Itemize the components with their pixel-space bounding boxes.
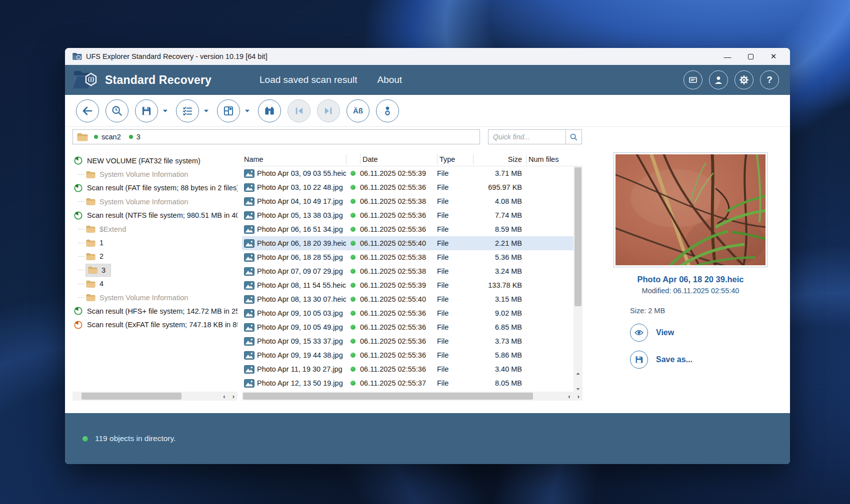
file-row[interactable]: Photo Apr 03, 10 22 48.jpg06.11.2025 02:… [242, 180, 582, 194]
file-row[interactable]: Photo Apr 12, 13 50 19.jpg06.11.2025 02:… [242, 376, 582, 390]
prev-button[interactable] [288, 99, 310, 122]
tree-item[interactable]: 4 [72, 277, 238, 291]
file-type: File [437, 323, 473, 331]
scroll-right-icon[interactable]: › [578, 393, 580, 400]
minimize-button[interactable]: — [716, 48, 739, 65]
file-size: 4.08 MB [473, 197, 526, 205]
file-row[interactable]: Photo Apr 09, 10 05 49.jpg06.11.2025 02:… [242, 320, 582, 334]
quick-find [488, 129, 582, 144]
file-row[interactable]: Photo Apr 04, 10 49 17.jpg06.11.2025 02:… [242, 194, 582, 208]
column-header-num-files[interactable]: Num files [526, 154, 582, 164]
tree-item[interactable]: 2 [72, 250, 238, 263]
maximize-button[interactable] [739, 48, 762, 65]
file-row[interactable]: Photo Apr 09, 15 33 37.jpg06.11.2025 02:… [242, 334, 582, 348]
panel-layout-dropdown-caret[interactable] [242, 106, 252, 115]
column-header-type[interactable]: Type [437, 154, 473, 164]
tree-item[interactable]: Scan result (HFS+ file system; 142.72 MB… [72, 304, 238, 318]
encoding-button[interactable]: Äß [346, 99, 370, 122]
scroll-down-icon[interactable]: ⌄ [576, 385, 580, 391]
tree-item[interactable]: 3 [72, 263, 238, 277]
arrow-left-icon [81, 104, 94, 117]
file-row[interactable]: Photo Apr 06, 18 28 55.jpg06.11.2025 02:… [242, 250, 582, 264]
file-row[interactable]: Photo Apr 08, 13 30 07.heic06.11.2025 02… [242, 292, 582, 306]
tree-item[interactable]: NEW VOLUME (FAT32 file system) [72, 154, 238, 167]
quick-find-search-button[interactable] [566, 130, 582, 144]
breadcrumb-item[interactable]: scan2 [94, 133, 121, 141]
file-type: File [437, 365, 473, 373]
scan-search-button[interactable] [106, 99, 128, 122]
tree-item[interactable]: System Volume Information [72, 195, 238, 208]
folder-icon [77, 133, 88, 141]
next-button[interactable] [317, 99, 340, 122]
file-list-header[interactable]: NameDateTypeSizeNum files [242, 152, 582, 166]
back-button[interactable] [76, 99, 99, 122]
list-options-dropdown-caret[interactable] [202, 106, 210, 115]
menu-load-saved-scan-result[interactable]: Load saved scan result [260, 74, 357, 85]
breadcrumb[interactable]: scan23 [72, 129, 480, 144]
tree-item-label: System Volume Information [100, 170, 188, 178]
scroll-left-icon[interactable]: ‹ [568, 393, 570, 400]
scroll-left-icon[interactable]: ‹ [223, 393, 225, 400]
file-row[interactable]: Photo Apr 08, 11 54 55.heic06.11.2025 02… [242, 278, 582, 292]
panel-layout-button[interactable] [217, 99, 240, 122]
list-options-button[interactable] [176, 99, 199, 122]
tree-connector [78, 201, 84, 202]
file-list-vertical-scrollbar[interactable]: ⌃ ⌄ [574, 166, 582, 392]
file-row[interactable]: Photo Apr 09, 19 44 38.jpg06.11.2025 02:… [242, 348, 582, 362]
column-header-size[interactable]: Size [473, 154, 526, 164]
file-row[interactable]: Photo Apr 06, 16 51 34.jpg06.11.2025 02:… [242, 222, 582, 236]
save-as-button[interactable]: Save as... [630, 351, 771, 369]
save-button[interactable] [135, 99, 158, 122]
tree-item[interactable]: System Volume Information [72, 167, 238, 181]
image-file-icon [242, 239, 257, 248]
file-row[interactable]: Photo Apr 03, 09 03 55.heic06.11.2025 02… [242, 166, 582, 180]
news-icon[interactable] [684, 70, 702, 89]
scroll-right-icon[interactable]: › [232, 393, 234, 400]
file-type: File [437, 351, 473, 359]
column-header-date[interactable]: Date [360, 154, 437, 164]
quick-find-input[interactable] [488, 130, 566, 144]
file-name: Photo Apr 06, 18 20 39.heic [257, 239, 346, 247]
image-file-icon [242, 197, 257, 206]
file-row[interactable]: Photo Apr 09, 10 05 03.jpg06.11.2025 02:… [242, 306, 582, 320]
menu-about[interactable]: About [377, 74, 402, 85]
file-row[interactable]: Photo Apr 07, 09 07 29.jpg06.11.2025 02:… [242, 264, 582, 278]
tree-item[interactable]: $Extend [72, 222, 238, 236]
file-date: 06.11.2025 02:55:40 [360, 239, 437, 247]
file-size: 5.86 MB [473, 351, 526, 359]
save-dropdown-caret[interactable] [160, 106, 170, 115]
image-file-icon [242, 337, 257, 346]
file-row[interactable]: Photo Apr 11, 19 30 27.jpg06.11.2025 02:… [242, 362, 582, 376]
file-list-horizontal-scrollbar[interactable]: ‹ › [242, 392, 582, 401]
image-file-icon [242, 295, 257, 304]
column-header-name[interactable]: Name [242, 154, 346, 164]
tree-item[interactable]: System Volume Information [72, 291, 238, 304]
file-row[interactable]: Photo Apr 05, 13 38 03.jpg06.11.2025 02:… [242, 208, 582, 222]
recoverable-status-dot [346, 297, 360, 302]
settings-icon[interactable] [734, 70, 754, 89]
close-button[interactable]: ✕ [762, 48, 785, 65]
folder-icon [88, 266, 98, 275]
file-type: File [437, 281, 473, 289]
tree-item[interactable]: Scan result (ExFAT file system; 747.18 K… [72, 318, 238, 332]
grid-icon [222, 104, 235, 117]
tree-horizontal-scrollbar[interactable]: ‹ › [72, 392, 238, 401]
file-size: 3.40 MB [473, 365, 526, 373]
find-button[interactable] [258, 99, 281, 122]
tree-item[interactable]: 1 [72, 236, 238, 249]
tree-item[interactable]: Scan result (NTFS file system; 980.51 MB… [72, 209, 238, 222]
tree-item[interactable]: Scan result (FAT file system; 88 bytes i… [72, 181, 238, 195]
image-file-icon [242, 309, 257, 318]
file-name: Photo Apr 08, 11 54 55.heic [257, 281, 346, 289]
file-date: 06.11.2025 02:55:40 [360, 295, 437, 303]
file-row[interactable]: Photo Apr 06, 18 20 39.heic06.11.2025 02… [242, 236, 582, 250]
recoverable-status-dot [346, 367, 360, 372]
view-button[interactable]: View [630, 324, 771, 342]
breadcrumb-item[interactable]: 3 [129, 133, 140, 141]
scroll-up-icon[interactable]: ⌃ [576, 373, 580, 379]
account-icon[interactable] [709, 70, 728, 89]
object-info-button[interactable] [376, 99, 399, 122]
binoculars-icon [263, 104, 276, 117]
recoverable-status-dot [346, 199, 360, 204]
help-icon[interactable]: ? [760, 70, 779, 89]
